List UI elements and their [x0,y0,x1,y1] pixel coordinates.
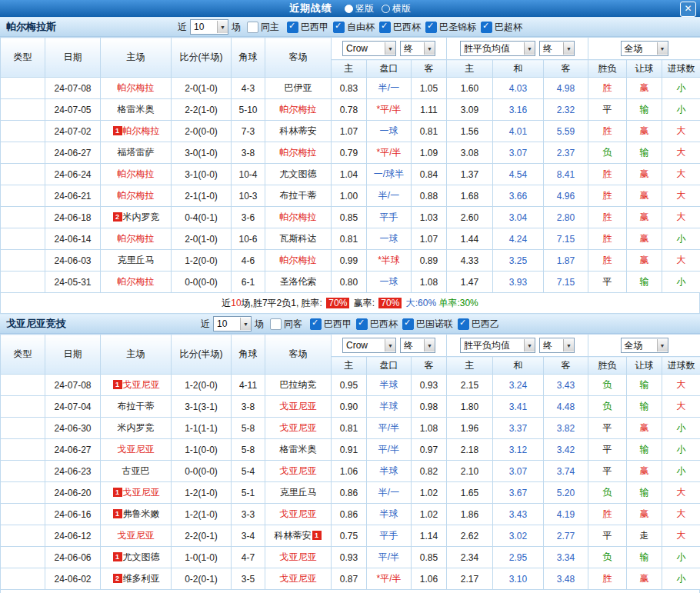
handicap-cell: 平/半 [367,418,412,439]
ah-home-odds: 1.06 [332,461,367,482]
bookmaker-select[interactable]: Crow▼ [342,338,396,353]
date-cell: 24-06-30 [45,418,101,439]
ah-away-odds: 0.81 [412,121,447,142]
odds-away: 3.82 [544,418,588,439]
odds-draw: 4.01 [493,121,544,142]
summary-segment: 10 [231,298,241,308]
match-row: 巴西甲24-06-061尤文图德1-0(1-0)4-7戈亚尼亚0.93平/半0.… [1,547,700,568]
away-team-name: 戈亚尼亚 [280,422,317,433]
checkbox-icon [458,318,469,330]
scope-select[interactable]: 全场▼ [621,41,668,56]
col-ah-home: 主 [332,357,367,375]
away-cell: 戈亚尼亚 [265,418,332,439]
score-cell: 0-0(0-0) [172,461,232,482]
date-cell: 24-07-08 [45,375,101,396]
corners-cell: 6-1 [232,272,265,293]
checkbox-label: 同主 [261,21,279,34]
league-checkbox[interactable]: 自由杯 [333,21,375,34]
ah-odds-time-select[interactable]: 终▼ [400,41,435,56]
league-checkbox[interactable]: 巴西乙 [458,318,499,331]
date-cell: 24-06-24 [45,164,101,185]
scope-select[interactable]: 全场▼ [621,338,668,353]
odds-draw: 4.24 [493,228,544,250]
odds-home: 1.44 [447,228,493,250]
select-value: 10 [217,318,227,329]
home-team-name: 戈亚尼亚 [123,379,160,390]
league-checkbox[interactable]: 巴西杯 [379,21,421,34]
league-checkbox[interactable]: 巴圣锦标 [425,21,476,34]
odds-home: 3.08 [447,142,493,164]
type-cell: 巴西甲 [1,228,45,250]
ah-away-odds: 1.02 [412,504,447,525]
same-venue-checkbox[interactable]: 同客 [270,318,302,331]
odds-draw: 3.12 [493,439,544,461]
col-odds-home: 主 [447,357,493,375]
match-count-select[interactable]: 10 ▼ [190,19,228,35]
checkbox-label: 巴国诺联 [416,318,453,331]
score-cell: 3-0(1-0) [172,142,232,164]
home-cell: 福塔雷萨 [101,142,172,164]
home-team-name: 克里丘马 [118,255,155,265]
odds-draw: 3.16 [493,99,544,121]
league-checkbox[interactable]: 巴西甲 [310,318,352,331]
same-venue-checkbox[interactable]: 同主 [247,21,279,34]
layout-horizontal-option[interactable]: 横版 [382,2,411,15]
goals-cell: 小 [662,272,700,293]
filter-bar: 近 10 ▼ 场 同客 巴西甲巴西杯巴国诺联巴西乙 [0,316,700,331]
ah-odds-time-select[interactable]: 终▼ [400,338,435,353]
ah-away-odds: 0.89 [412,250,447,272]
checkbox-label: 巴西甲 [324,318,352,331]
home-team-name: 米内罗竞 [123,212,160,222]
type-cell: 巴西甲 [1,418,45,439]
col-corners: 角球 [232,335,265,375]
close-button[interactable]: ✕ [680,2,696,17]
ah-home-odds: 1.07 [332,121,367,142]
odds-home: 1.96 [447,418,493,439]
rank-badge: 1 [113,552,122,561]
section-header: 帕尔梅拉斯 近 10 ▼ 场 同主 巴西甲自由杯巴西杯巴圣锦标巴超杯 [0,17,700,37]
checkbox-icon [247,22,258,33]
handicap-result-cell: 赢 [627,461,662,482]
league-checkbox[interactable]: 巴超杯 [481,21,522,34]
match-row: 巴西甲24-07-05格雷米奥2-2(1-0)5-10帕尔梅拉0.78*平/半1… [1,99,700,121]
odds-time-select[interactable]: 终▼ [539,41,575,56]
result-cell: 负 [588,142,627,164]
odds-draw: 3.43 [493,504,544,525]
handicap-result-cell: 输 [627,547,662,568]
odds-time-select[interactable]: 终▼ [539,338,575,353]
goals-cell: 大 [662,525,700,547]
away-cell: 巴拉纳竞 [265,375,332,396]
date-cell: 24-07-02 [45,121,101,142]
league-checkbox[interactable]: 巴国诺联 [402,318,453,331]
handicap-result-cell: 输 [627,142,662,164]
away-cell: 布拉干蒂 [265,185,332,207]
avg-odds-select[interactable]: 胜平负均值▼ [460,41,535,56]
league-checkbox[interactable]: 巴西杯 [356,318,398,331]
bookmaker-select[interactable]: Crow▼ [342,41,396,56]
radio-label-vertical: 竖版 [355,2,374,15]
ah-home-odds: 0.78 [332,99,367,121]
match-row: 巴西甲24-06-161弗鲁米嫩1-2(1-0)3-3戈亚尼亚0.86半球1.0… [1,504,700,525]
ah-away-odds: 0.82 [412,461,447,482]
handicap-result-cell: 输 [627,375,662,396]
handicap-result-cell: 赢 [627,250,662,272]
result-cell: 胜 [588,250,627,272]
avg-odds-select[interactable]: 胜平负均值▼ [460,338,535,353]
home-cell: 帕尔梅拉 [101,228,172,250]
date-cell: 24-06-27 [45,142,101,164]
layout-vertical-option[interactable]: 竖版 [345,2,374,15]
corners-cell: 5-4 [232,461,265,482]
league-checkbox[interactable]: 巴西甲 [287,21,328,34]
col-away: 客场 [265,335,332,375]
match-count-select[interactable]: 10 ▼ [213,316,252,331]
away-cell: 戈亚尼亚 [265,396,332,418]
corners-cell: 4-3 [232,78,265,99]
ah-away-odds: 1.07 [412,228,447,250]
team-name: 帕尔梅拉斯 [6,20,56,34]
away-team-name: 科林蒂安 [275,530,312,541]
ah-away-odds: 1.02 [412,482,447,504]
result-cell: 平 [588,418,627,439]
date-cell: 24-06-14 [45,228,101,250]
date-cell: 24-06-03 [45,250,101,272]
home-team-name: 戈亚尼亚 [123,487,160,498]
